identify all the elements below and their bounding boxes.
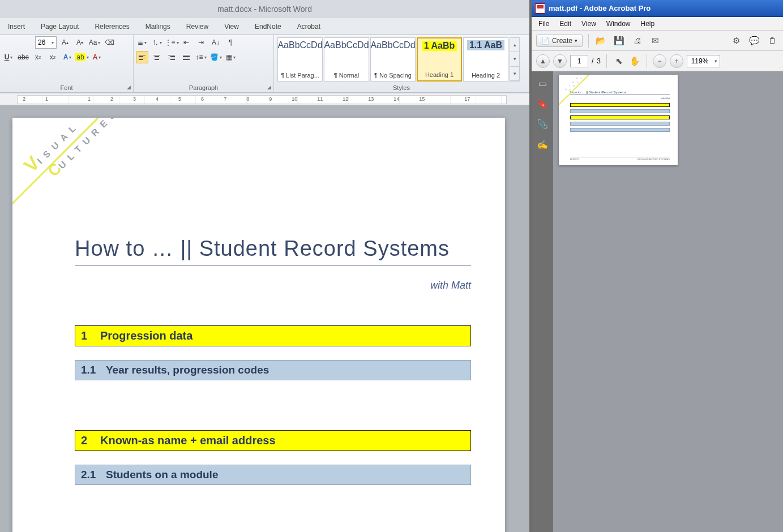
comment-button[interactable]: 💬 [748, 35, 760, 47]
increase-indent-button[interactable]: ⇥ [195, 36, 207, 49]
zoom-input[interactable] [687, 57, 712, 65]
zoom-out-button[interactable]: − [653, 54, 666, 68]
tab-mailings[interactable]: Mailings [138, 19, 178, 34]
align-right-button[interactable] [165, 51, 178, 63]
word-window: matt.docx - Microsoft Word Insert Page L… [0, 0, 529, 532]
document-area[interactable]: VISUAL CULTURES How to … || Student Reco… [0, 105, 529, 532]
share-button[interactable]: 🗒 [766, 35, 778, 47]
printer-icon: 🖨 [633, 36, 641, 45]
justify-button[interactable] [180, 51, 192, 63]
bullets-button[interactable]: ≣ [136, 36, 148, 49]
decrease-indent-button[interactable]: ⇤ [180, 36, 192, 49]
minus-icon: − [658, 57, 662, 65]
grow-font-button[interactable]: A▴ [59, 36, 71, 49]
styles-gallery[interactable]: AaBbCcDd¶ List Parag... AaBbCcDd¶ Normal… [276, 36, 527, 83]
paint-bucket-icon: 🪣 [210, 53, 219, 61]
note-icon: 🗒 [768, 36, 777, 45]
page-1[interactable]: VISUAL CULTURES How to … || Student Reco… [12, 118, 505, 532]
scroll-up-icon[interactable]: ▴ [510, 38, 519, 52]
shrink-font-button[interactable]: A▾ [74, 36, 86, 49]
numbering-button[interactable]: ⒈ [151, 36, 163, 49]
thumbnails-button[interactable]: ▭ [536, 77, 549, 89]
open-button[interactable]: 📂 [594, 35, 607, 47]
heading-1[interactable]: 1Progression data [75, 325, 471, 346]
horizontal-ruler[interactable]: 2112345678910111213141517 [0, 93, 529, 105]
menu-file[interactable]: File [534, 19, 554, 29]
tab-endnote[interactable]: EndNote [247, 19, 289, 34]
align-center-button[interactable] [151, 51, 163, 63]
justify-icon [183, 55, 190, 60]
sort-icon: A↓ [212, 38, 220, 46]
tab-insert[interactable]: Insert [0, 19, 33, 34]
heading-1-1[interactable]: 1.1Year results, progression codes [75, 360, 471, 380]
show-marks-button[interactable]: ¶ [224, 36, 237, 49]
align-right-icon [168, 55, 175, 60]
tab-page-layout[interactable]: Page Layout [33, 19, 87, 34]
document-author[interactable]: with Matt [75, 280, 471, 291]
font-size-combo[interactable]: 26 [35, 36, 57, 49]
style-heading-2[interactable]: 1.1 AaBHeading 2 [463, 37, 508, 81]
sort-button[interactable]: A↓ [209, 36, 222, 49]
strikethrough-button[interactable]: abc [17, 51, 29, 63]
heading-2[interactable]: 2Known-as name + email address [75, 430, 471, 451]
hand-tool-button[interactable]: ✋ [628, 55, 641, 67]
page-up-button[interactable]: ▲ [536, 54, 550, 68]
page-down-button[interactable]: ▼ [553, 54, 567, 68]
tab-acrobat[interactable]: Acrobat [289, 19, 328, 34]
acrobat-page-view[interactable]: V I S U A L C U L T U R E S How to … || … [553, 71, 783, 532]
arrow-down-icon: ▼ [557, 57, 563, 65]
styles-scroll[interactable]: ▴▾▾ [510, 37, 520, 81]
outdent-icon: ⇤ [183, 38, 189, 46]
save-button[interactable]: 💾 [613, 35, 625, 47]
paragraph-dialog-launcher[interactable]: ◢ [266, 84, 272, 91]
font-color-button[interactable]: A [91, 51, 103, 63]
style-heading-1[interactable]: 1 AaBbHeading 1 [417, 37, 462, 81]
shading-button[interactable]: 🪣 [209, 51, 222, 63]
subscript-button[interactable]: x2 [32, 51, 44, 63]
tab-review[interactable]: Review [178, 19, 216, 34]
page-number-input[interactable] [570, 55, 588, 67]
line-spacing-button[interactable]: ↕≡ [195, 51, 207, 63]
pilcrow-icon: ¶ [229, 38, 232, 46]
underline-button[interactable]: U [2, 51, 15, 63]
menu-window[interactable]: Window [602, 19, 635, 29]
acrobat-titlebar[interactable]: matt.pdf - Adobe Acrobat Pro [532, 0, 783, 17]
style-preview: AaBbCcDd [370, 40, 415, 50]
superscript-button[interactable]: x2 [46, 51, 59, 63]
style-name: ¶ Normal [334, 72, 359, 79]
settings-button[interactable]: ⚙ [730, 35, 742, 47]
zoom-combo[interactable]: ▾ [687, 55, 720, 67]
menu-help[interactable]: Help [636, 19, 660, 29]
font-dialog-launcher[interactable]: ◢ [125, 84, 132, 91]
email-button[interactable]: ✉ [649, 35, 661, 47]
clear-formatting-button[interactable]: ⌫ [103, 36, 115, 49]
style-list-paragraph[interactable]: AaBbCcDd¶ List Parag... [277, 37, 323, 81]
mini-h2 [570, 128, 670, 132]
select-tool-button[interactable]: ⬉ [613, 55, 625, 67]
attachments-button[interactable]: 📎 [536, 118, 549, 130]
highlight-button[interactable]: ab [76, 51, 88, 63]
text-effects-button[interactable]: A [61, 51, 74, 63]
style-normal[interactable]: AaBbCcDd¶ Normal [324, 37, 369, 81]
tab-view[interactable]: View [216, 19, 247, 34]
borders-button[interactable]: ▦ [224, 51, 237, 63]
tab-references[interactable]: References [87, 19, 137, 34]
multilevel-list-button[interactable]: ⋮≡ [165, 36, 178, 49]
pdf-page-thumbnail[interactable]: V I S U A L C U L T U R E S How to … || … [559, 75, 678, 165]
bookmarks-button[interactable]: 🔖 [536, 97, 549, 110]
align-left-button[interactable] [136, 51, 148, 63]
scroll-down-icon[interactable]: ▾ [510, 52, 519, 66]
style-no-spacing[interactable]: AaBbCcDd¶ No Spacing [370, 37, 416, 81]
scroll-more-icon[interactable]: ▾ [510, 67, 519, 81]
signatures-button[interactable]: ✍ [536, 138, 549, 151]
create-button[interactable]: 📄 Create ▾ [536, 35, 583, 47]
ribbon-group-styles: AaBbCcDd¶ List Parag... AaBbCcDd¶ Normal… [274, 35, 529, 92]
zoom-in-button[interactable]: + [670, 54, 683, 68]
font-size-value: 26 [38, 38, 45, 46]
change-case-button[interactable]: Aa [88, 36, 101, 49]
heading-2-1[interactable]: 2.1Students on a module [75, 465, 471, 485]
style-name: ¶ List Parag... [281, 72, 319, 79]
menu-edit[interactable]: Edit [555, 19, 576, 29]
print-button[interactable]: 🖨 [631, 35, 643, 47]
menu-view[interactable]: View [577, 19, 601, 29]
